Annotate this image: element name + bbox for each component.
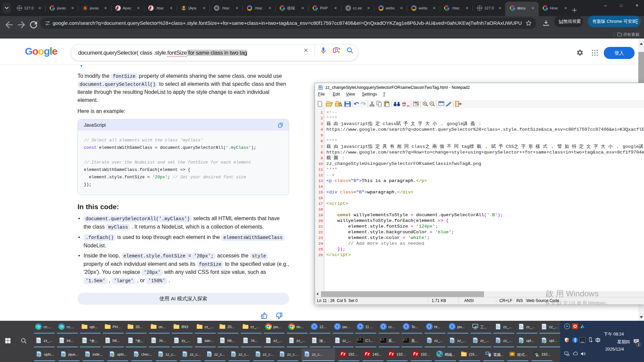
svg-text:ac: ac [407, 104, 410, 107]
svg-text:ab: ab [402, 102, 406, 105]
